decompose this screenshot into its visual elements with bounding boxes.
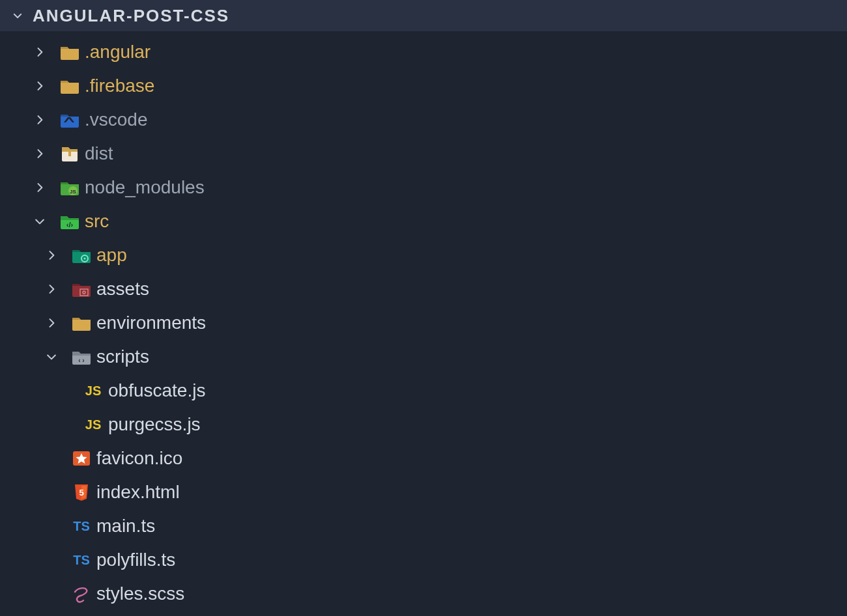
tree-item-label: app — [95, 246, 127, 264]
folder-icon — [56, 76, 83, 96]
tree-item[interactable]: .firebase — [0, 69, 847, 103]
chevron-down-icon — [12, 10, 23, 21]
folder-dist-icon — [56, 143, 83, 164]
folder-scripts-icon — [68, 346, 95, 367]
file-tree: .angular.firebase.vscodedistnode_modules… — [0, 31, 847, 611]
chevron-right-icon — [23, 46, 56, 59]
tree-item[interactable]: .angular — [0, 35, 847, 69]
tree-item-label: favicon.ico — [95, 449, 182, 468]
chevron-right-icon — [35, 283, 68, 296]
tree-item[interactable]: src — [0, 204, 847, 238]
tree-item-label: obfuscate.js — [107, 382, 205, 400]
scss-icon — [68, 583, 95, 604]
folder-app-icon — [68, 245, 95, 266]
ts-icon — [68, 516, 95, 537]
folder-vscode-icon — [56, 109, 83, 130]
chevron-down-icon — [35, 350, 68, 363]
tree-item[interactable]: main.ts — [0, 509, 847, 543]
chevron-right-icon — [23, 79, 56, 92]
js-icon — [79, 380, 107, 401]
tree-item[interactable]: node_modules — [0, 171, 847, 204]
tree-item-label: dist — [83, 145, 113, 163]
chevron-right-icon — [23, 181, 56, 194]
tree-item-label: assets — [95, 280, 149, 298]
tree-item[interactable]: styles.scss — [0, 577, 847, 611]
html-icon — [68, 482, 95, 503]
tree-item-label: src — [83, 212, 109, 231]
folder-icon — [68, 313, 95, 333]
tree-item[interactable]: polyfills.ts — [0, 543, 847, 577]
folder-node-icon — [56, 177, 83, 198]
tree-item-label: .vscode — [83, 111, 148, 129]
tree-item-label: purgecss.js — [107, 415, 201, 434]
chevron-right-icon — [23, 113, 56, 126]
tree-item-label: .angular — [83, 43, 151, 61]
folder-src-icon — [56, 211, 83, 232]
js-icon — [79, 414, 107, 435]
tree-item[interactable]: scripts — [0, 340, 847, 374]
folder-assets-icon — [68, 279, 95, 300]
project-title: ANGULAR-POST-CSS — [33, 6, 229, 26]
tree-item-label: scripts — [95, 348, 149, 366]
chevron-right-icon — [35, 316, 68, 329]
chevron-right-icon — [35, 249, 68, 262]
ts-icon — [68, 550, 95, 570]
favicon-icon — [68, 448, 95, 469]
tree-item[interactable]: index.html — [0, 475, 847, 509]
tree-item[interactable]: .vscode — [0, 103, 847, 137]
tree-item[interactable]: environments — [0, 306, 847, 340]
tree-item-label: index.html — [95, 483, 180, 501]
tree-item[interactable]: purgecss.js — [0, 408, 847, 441]
tree-item[interactable]: obfuscate.js — [0, 374, 847, 408]
folder-icon — [56, 42, 83, 63]
tree-item[interactable]: app — [0, 238, 847, 272]
explorer-header[interactable]: ANGULAR-POST-CSS — [0, 0, 847, 31]
tree-item-label: styles.scss — [95, 585, 184, 603]
tree-item-label: main.ts — [95, 517, 155, 535]
tree-item[interactable]: assets — [0, 272, 847, 306]
tree-item-label: environments — [95, 314, 206, 332]
chevron-right-icon — [23, 147, 56, 160]
tree-item[interactable]: dist — [0, 137, 847, 171]
tree-item-label: .firebase — [83, 77, 154, 95]
tree-item[interactable]: favicon.ico — [0, 441, 847, 475]
tree-item-label: polyfills.ts — [95, 551, 175, 569]
tree-item-label: node_modules — [83, 178, 205, 197]
chevron-down-icon — [23, 215, 56, 228]
